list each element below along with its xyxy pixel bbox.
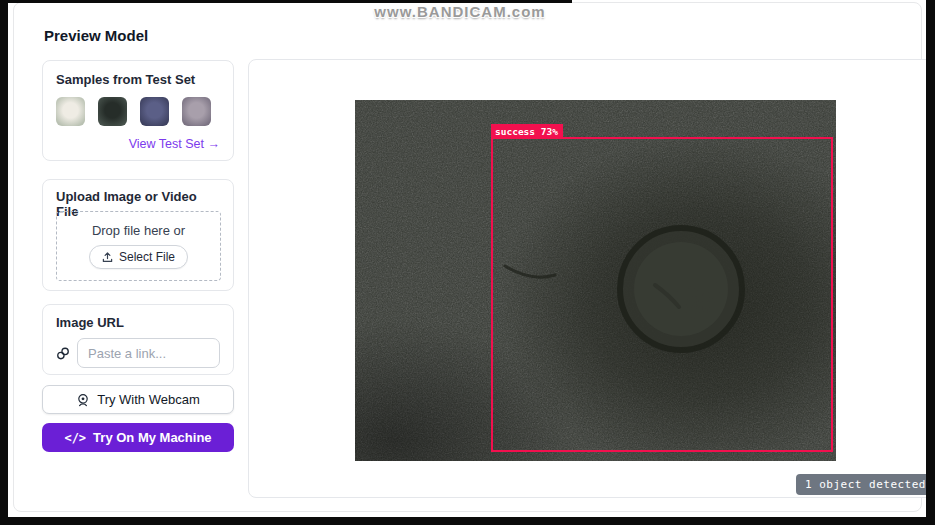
try-webcam-button[interactable]: Try With Webcam xyxy=(42,385,234,414)
try-webcam-label: Try With Webcam xyxy=(97,392,200,407)
try-on-machine-button[interactable]: </> Try On My Machine xyxy=(42,423,234,452)
code-icon: </> xyxy=(64,431,86,445)
detection-label: success 73% xyxy=(491,124,563,139)
sample-thumbnail-1[interactable] xyxy=(56,97,85,126)
samples-panel-title: Samples from Test Set xyxy=(56,72,220,87)
webcam-icon xyxy=(76,393,90,407)
window-frame-bottom xyxy=(0,517,935,525)
select-file-label: Select File xyxy=(119,250,175,264)
app-window: www.BANDICAM.com Preview Model Samples f… xyxy=(0,0,935,525)
sample-thumbnail-3[interactable] xyxy=(140,97,169,126)
page-card: Preview Model Samples from Test Set View… xyxy=(13,2,922,512)
detection-bbox: success 73% xyxy=(491,137,833,452)
link-icon xyxy=(56,345,70,362)
window-frame-right xyxy=(926,0,935,525)
image-url-panel: Image URL xyxy=(42,304,234,375)
file-dropzone[interactable]: Drop file here or Select File xyxy=(56,211,221,281)
objects-detected-badge: 1 object detected xyxy=(796,474,935,495)
upload-icon xyxy=(102,252,113,263)
image-url-input[interactable] xyxy=(77,338,220,368)
bandicam-watermark: www.BANDICAM.com xyxy=(348,3,572,20)
inference-image: success 73% xyxy=(355,100,836,461)
preview-panel: success 73% 1 object detected xyxy=(248,59,935,498)
sample-thumbnails xyxy=(56,97,220,126)
drop-text: Drop file here or xyxy=(57,223,220,238)
sample-thumbnail-4[interactable] xyxy=(182,97,211,126)
try-on-machine-label: Try On My Machine xyxy=(93,430,211,445)
arrow-right-icon: → xyxy=(208,137,221,151)
window-frame-left xyxy=(0,0,8,525)
image-url-title: Image URL xyxy=(56,315,220,330)
upload-panel: Upload Image or Video File Drop file her… xyxy=(42,179,234,291)
samples-panel: Samples from Test Set View Test Set → xyxy=(42,60,234,161)
select-file-button[interactable]: Select File xyxy=(89,245,188,269)
sample-thumbnail-2[interactable] xyxy=(98,97,127,126)
page-title: Preview Model xyxy=(44,27,148,44)
view-test-set-label: View Test Set xyxy=(129,137,204,151)
view-test-set-link[interactable]: View Test Set → xyxy=(129,137,220,151)
